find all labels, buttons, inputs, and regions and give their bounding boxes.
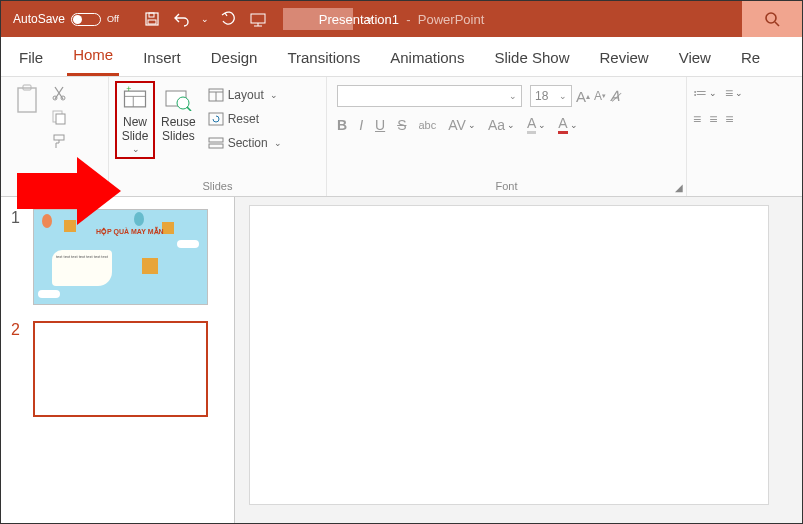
format-painter-icon[interactable] bbox=[51, 133, 67, 149]
section-icon bbox=[208, 135, 224, 151]
svg-line-7 bbox=[775, 22, 779, 26]
new-slide-label: New Slide bbox=[122, 115, 149, 144]
font-color-button[interactable]: A⌄ bbox=[558, 115, 577, 134]
slide-number: 2 bbox=[11, 321, 25, 417]
group-slides: + New Slide ⌄ Reuse Slides Layout⌄ Reset bbox=[109, 77, 327, 196]
reuse-slides-icon bbox=[164, 85, 192, 113]
slide-thumbnail-2[interactable] bbox=[33, 321, 208, 417]
window-title: Presentation1 - PowerPoint bbox=[319, 12, 485, 27]
shrink-font-icon[interactable]: A▾ bbox=[594, 89, 606, 103]
group-paragraph: ≔⌄ ≡⌄ ≡ ≡ ≡ bbox=[687, 77, 802, 196]
undo-dropdown-icon[interactable]: ⌄ bbox=[201, 14, 209, 24]
toggle-knob bbox=[73, 15, 82, 24]
paste-button[interactable] bbox=[7, 81, 47, 119]
clipboard-icon bbox=[13, 85, 41, 113]
tab-insert[interactable]: Insert bbox=[137, 41, 187, 76]
workspace: 1 HỘP QUÀ MAY MẮN text text text text te… bbox=[1, 197, 802, 524]
clear-formatting-icon[interactable]: A̷ bbox=[610, 88, 620, 104]
chevron-down-icon: ⌄ bbox=[132, 144, 140, 155]
svg-rect-8 bbox=[18, 88, 36, 112]
autosave-label: AutoSave bbox=[13, 12, 65, 26]
svg-line-21 bbox=[187, 107, 191, 111]
autosave-toggle[interactable]: AutoSave Off bbox=[7, 10, 125, 28]
ribbon: Clipboard ◢ + New Slide ⌄ Reuse Slides bbox=[1, 77, 802, 197]
thumbnail-row[interactable]: 2 bbox=[11, 321, 224, 417]
italic-button[interactable]: I bbox=[359, 117, 363, 133]
slide-canvas[interactable] bbox=[249, 205, 769, 505]
svg-text:+: + bbox=[126, 86, 131, 94]
reuse-slides-label: Reuse Slides bbox=[161, 115, 196, 144]
svg-point-6 bbox=[766, 13, 776, 23]
tab-animations[interactable]: Animations bbox=[384, 41, 470, 76]
svg-rect-26 bbox=[209, 138, 223, 142]
char-spacing-button[interactable]: AV⌄ bbox=[448, 117, 476, 133]
svg-rect-3 bbox=[251, 14, 265, 23]
svg-rect-1 bbox=[149, 13, 154, 17]
tab-home[interactable]: Home bbox=[67, 38, 119, 76]
new-slide-button[interactable]: + New Slide ⌄ bbox=[115, 81, 155, 159]
svg-rect-13 bbox=[56, 114, 65, 124]
font-size-dropdown[interactable]: 18⌄ bbox=[530, 85, 572, 107]
slide1-title: HỘP QUÀ MAY MẮN bbox=[96, 228, 164, 236]
align-right-icon[interactable]: ≡ bbox=[725, 111, 733, 127]
slide1-textbox: text text text text text text text bbox=[52, 250, 112, 286]
section-button[interactable]: Section⌄ bbox=[206, 133, 284, 153]
tab-file[interactable]: File bbox=[13, 41, 49, 76]
change-case-button[interactable]: Aa⌄ bbox=[488, 117, 515, 133]
group-font: ⌄ 18⌄ A▴ A▾ A̷ B I U S abc AV⌄ Aa⌄ A⌄ A⌄… bbox=[327, 77, 687, 196]
cut-icon[interactable] bbox=[51, 85, 67, 101]
undo-icon[interactable] bbox=[171, 7, 193, 31]
tab-design[interactable]: Design bbox=[205, 41, 264, 76]
reset-button[interactable]: Reset bbox=[206, 109, 284, 129]
strike-button[interactable]: S bbox=[397, 117, 406, 133]
svg-rect-25 bbox=[209, 113, 223, 125]
layout-button[interactable]: Layout⌄ bbox=[206, 85, 284, 105]
autosave-state: Off bbox=[107, 14, 119, 24]
underline-button[interactable]: U bbox=[375, 117, 385, 133]
bullets-icon[interactable]: ≔⌄ bbox=[693, 85, 717, 101]
tab-review[interactable]: Review bbox=[593, 41, 654, 76]
tab-view[interactable]: View bbox=[673, 41, 717, 76]
font-family-dropdown[interactable]: ⌄ bbox=[337, 85, 522, 107]
search-button[interactable] bbox=[742, 1, 802, 37]
toggle-track bbox=[71, 13, 101, 26]
highlight-color-button[interactable]: A⌄ bbox=[527, 115, 546, 134]
slide-thumbnails-panel: 1 HỘP QUÀ MAY MẮN text text text text te… bbox=[1, 197, 235, 524]
ribbon-tabs: File Home Insert Design Transitions Anim… bbox=[1, 37, 802, 77]
new-slide-icon: + bbox=[121, 85, 149, 113]
align-left-icon[interactable]: ≡ bbox=[693, 111, 701, 127]
svg-rect-2 bbox=[148, 20, 156, 24]
slide-canvas-area bbox=[235, 197, 802, 524]
svg-rect-14 bbox=[54, 135, 64, 140]
callout-arrow bbox=[17, 173, 77, 209]
tab-transitions[interactable]: Transitions bbox=[281, 41, 366, 76]
copy-icon[interactable] bbox=[51, 109, 67, 125]
reset-icon bbox=[208, 111, 224, 127]
quick-access-toolbar: AutoSave Off ⌄ ▿ bbox=[7, 7, 372, 31]
slide-number: 1 bbox=[11, 209, 25, 305]
title-bar: AutoSave Off ⌄ ▿ Presentation1 - PowerPo… bbox=[1, 1, 802, 37]
grow-font-icon[interactable]: A▴ bbox=[576, 88, 590, 105]
tab-overflow[interactable]: Re bbox=[735, 41, 766, 76]
redo-icon[interactable] bbox=[217, 7, 239, 31]
bold-button[interactable]: B bbox=[337, 117, 347, 133]
font-launcher-icon[interactable]: ◢ bbox=[675, 182, 683, 193]
align-center-icon[interactable]: ≡ bbox=[709, 111, 717, 127]
slideshow-start-icon[interactable] bbox=[247, 7, 269, 31]
layout-icon bbox=[208, 87, 224, 103]
tab-slide-show[interactable]: Slide Show bbox=[488, 41, 575, 76]
group-label: Font bbox=[333, 180, 680, 194]
group-label: Slides bbox=[115, 180, 320, 194]
reuse-slides-button[interactable]: Reuse Slides bbox=[155, 81, 202, 148]
numbering-icon[interactable]: ≡⌄ bbox=[725, 85, 743, 101]
svg-rect-27 bbox=[209, 144, 223, 148]
text-shadow-button[interactable]: abc bbox=[418, 119, 436, 131]
save-icon[interactable] bbox=[141, 7, 163, 31]
